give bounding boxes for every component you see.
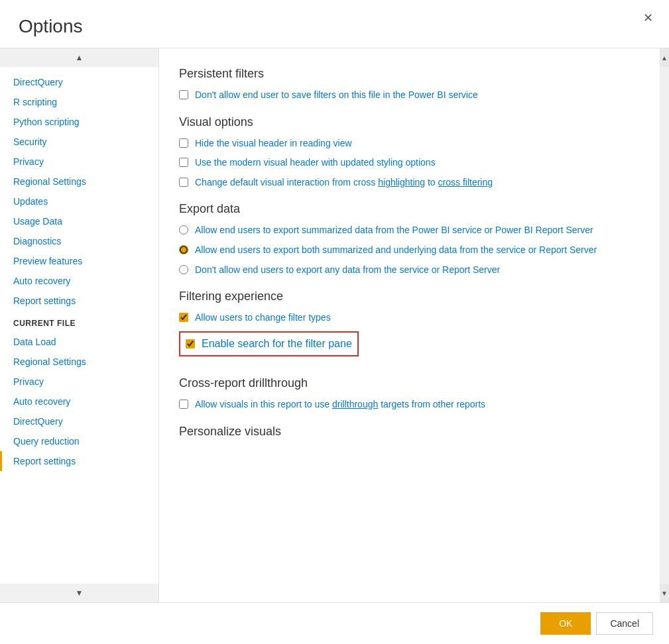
highlighting-link[interactable]: highlighting <box>378 177 425 188</box>
cancel-button[interactable]: Cancel <box>596 612 653 635</box>
sidebar-scroll-up-button[interactable]: ▲ <box>0 48 158 67</box>
section-content-export-data: Allow end users to export summarized dat… <box>179 224 640 276</box>
checkbox-visual-options-0[interactable] <box>179 138 188 148</box>
checkbox-visual-options-2[interactable] <box>179 178 188 187</box>
sidebar-cf-item-data-load[interactable]: Data Load <box>0 332 158 352</box>
options-dialog: Options ✕ ▲ DirectQueryR scriptingPython… <box>0 0 669 644</box>
close-button[interactable]: ✕ <box>638 8 658 28</box>
section-title-visual-options: Visual options <box>179 115 640 129</box>
option-row-export-data-1: Allow end users to export both summarize… <box>179 244 640 257</box>
ok-button[interactable]: OK <box>540 612 591 635</box>
option-row-filtering-experience-0: Allow users to change filter types <box>179 311 640 325</box>
option-row-visual-options-2: Change default visual interaction from c… <box>179 176 640 189</box>
main-area: Persistent filtersDon't allow end user t… <box>159 48 669 602</box>
option-row-cross-report-0: Allow visuals in this report to use dril… <box>179 398 640 411</box>
option-row-persistent-filters-0: Don't allow end user to save filters on … <box>179 89 640 102</box>
sidebar-cf-item-report-settings[interactable]: Report settings <box>0 451 158 471</box>
highlighted-option-filtering-experience-1: Enable search for the filter pane <box>179 331 359 356</box>
sidebar-item-auto-recovery[interactable]: Auto recovery <box>0 271 158 291</box>
option-row-export-data-2: Don't allow end users to export any data… <box>179 264 640 277</box>
scrollbar-track: ▲ ▼ <box>660 48 669 602</box>
sidebar-item-usage-data[interactable]: Usage Data <box>0 211 158 231</box>
sidebar-cf-item-regional-settings[interactable]: Regional Settings <box>0 352 158 372</box>
option-text-export-data-0: Allow end users to export summarized dat… <box>195 224 593 237</box>
sidebar-item-privacy[interactable]: Privacy <box>0 152 158 172</box>
sidebar-cf-item-privacy[interactable]: Privacy <box>0 372 158 392</box>
option-text-export-data-1: Allow end users to export both summarize… <box>195 244 597 257</box>
section-content-visual-options: Hide the visual header in reading viewUs… <box>179 137 640 189</box>
main-scroll-down-button[interactable]: ▼ <box>660 584 669 602</box>
sidebar-scroll-down-button[interactable]: ▼ <box>0 584 158 602</box>
section-title-cross-report: Cross-report drillthrough <box>179 376 640 390</box>
sidebar-item-regional-settings[interactable]: Regional Settings <box>0 172 158 191</box>
sidebar-scroll: DirectQueryR scriptingPython scriptingSe… <box>0 67 158 584</box>
main-content: Persistent filtersDon't allow end user t… <box>159 48 660 602</box>
section-title-persistent-filters: Persistent filters <box>179 67 640 81</box>
sidebar-cf-item-query-reduction[interactable]: Query reduction <box>0 431 158 451</box>
sidebar-item-security[interactable]: Security <box>0 132 158 152</box>
main-scroll-up-button[interactable]: ▲ <box>660 48 669 67</box>
section-content-filtering-experience: Allow users to change filter typesEnable… <box>179 311 640 363</box>
checkbox-filtering-experience-1[interactable] <box>186 339 195 349</box>
main-scroll: Persistent filtersDon't allow end user t… <box>159 48 660 602</box>
section-content-cross-report: Allow visuals in this report to use dril… <box>179 398 640 411</box>
drillthrough-link[interactable]: drillthrough <box>332 399 378 409</box>
sidebar-item-python-scripting[interactable]: Python scripting <box>0 112 158 132</box>
dialog-title: Options <box>0 0 669 48</box>
radio-export-data-2[interactable] <box>179 265 188 274</box>
option-text-cross-report-0: Allow visuals in this report to use dril… <box>195 398 485 411</box>
option-text-persistent-filters-0: Don't allow end user to save filters on … <box>195 89 478 102</box>
sidebar-item-preview-features[interactable]: Preview features <box>0 251 158 271</box>
section-content-persistent-filters: Don't allow end user to save filters on … <box>179 89 640 102</box>
option-text-visual-options-0: Hide the visual header in reading view <box>195 137 352 150</box>
checkbox-filtering-experience-0[interactable] <box>179 313 188 322</box>
cross-filtering-link[interactable]: cross filtering <box>438 177 493 188</box>
checkbox-visual-options-1[interactable] <box>179 158 188 167</box>
option-text-export-data-2: Don't allow end users to export any data… <box>195 264 500 277</box>
dialog-footer: OK Cancel <box>0 602 669 644</box>
section-title-export-data: Export data <box>179 202 640 216</box>
section-title-personalize-visuals: Personalize visuals <box>179 425 640 439</box>
checkbox-cross-report-0[interactable] <box>179 400 188 409</box>
section-title-filtering-experience: Filtering experience <box>179 290 640 303</box>
sidebar-item-diagnostics[interactable]: Diagnostics <box>0 231 158 251</box>
radio-export-data-1[interactable] <box>179 245 188 254</box>
option-row-visual-options-0: Hide the visual header in reading view <box>179 137 640 150</box>
sidebar-item-report-settings[interactable]: Report settings <box>0 291 158 311</box>
checkbox-persistent-filters-0[interactable] <box>179 90 188 99</box>
option-text-filtering-experience-0: Allow users to change filter types <box>195 311 331 325</box>
sidebar-item-updates[interactable]: Updates <box>0 191 158 211</box>
radio-export-data-0[interactable] <box>179 225 188 235</box>
scrollbar-thumb-area <box>660 67 669 584</box>
option-row-visual-options-1: Use the modern visual header with update… <box>179 156 640 170</box>
sidebar-item-directquery[interactable]: DirectQuery <box>0 72 158 92</box>
sidebar-global-section: DirectQueryR scriptingPython scriptingSe… <box>0 72 158 311</box>
sidebar-item-r-scripting[interactable]: R scripting <box>0 92 158 112</box>
sidebar-current-file-section: Data LoadRegional SettingsPrivacyAuto re… <box>0 332 158 471</box>
sidebar-cf-item-auto-recovery[interactable]: Auto recovery <box>0 392 158 411</box>
option-text-visual-options-1: Use the modern visual header with update… <box>195 156 436 170</box>
option-row-export-data-0: Allow end users to export summarized dat… <box>179 224 640 237</box>
option-text-visual-options-2: Change default visual interaction from c… <box>195 176 493 189</box>
sidebar-cf-item-directquery[interactable]: DirectQuery <box>0 411 158 431</box>
option-text-filtering-experience-1: Enable search for the filter pane <box>202 337 352 351</box>
sidebar: ▲ DirectQueryR scriptingPython scripting… <box>0 48 159 602</box>
dialog-body: ▲ DirectQueryR scriptingPython scripting… <box>0 48 669 602</box>
sidebar-current-file-header: CURRENT FILE <box>0 311 158 332</box>
